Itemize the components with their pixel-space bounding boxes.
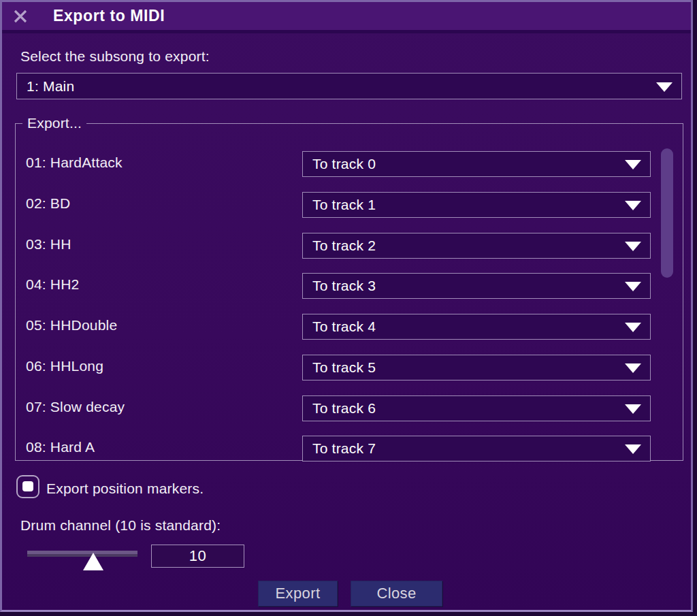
chevron-down-icon [625, 444, 641, 454]
export-row: 07: Slow decay To track 6 [16, 395, 683, 421]
drum-channel-input[interactable] [151, 545, 244, 568]
track-selected-value: To track 1 [312, 197, 376, 213]
scrollbar-thumb[interactable] [661, 148, 673, 278]
export-row: 04: HH2 To track 3 [16, 273, 683, 299]
track-selected-value: To track 7 [312, 440, 376, 457]
instrument-label: 06: HHLong [26, 358, 103, 374]
x-cross-glyph [11, 7, 30, 26]
chevron-down-icon [625, 323, 641, 332]
track-selected-value: To track 3 [312, 278, 376, 294]
subsong-label: Select the subsong to export: [20, 48, 210, 65]
chevron-down-icon [656, 82, 672, 92]
chevron-down-icon [625, 363, 641, 373]
export-group: Export... 01: HardAttack To track 0 02: … [15, 115, 683, 461]
chevron-down-icon [625, 242, 641, 251]
chevron-down-icon [625, 404, 641, 414]
track-select[interactable]: To track 1 [302, 192, 651, 218]
export-row: 06: HHLong To track 5 [16, 355, 683, 380]
track-select[interactable]: To track 0 [302, 151, 651, 177]
export-position-markers-label: Export position markers. [46, 481, 204, 497]
slider-thumb-icon[interactable] [83, 553, 103, 570]
track-selected-value: To track 0 [312, 156, 376, 172]
track-select[interactable]: To track 6 [302, 395, 651, 421]
instrument-label: 08: Hard A [26, 439, 95, 455]
close-icon[interactable] [10, 6, 31, 27]
subsong-selected-value: 1: Main [27, 78, 74, 95]
track-select[interactable]: To track 4 [302, 314, 651, 340]
instrument-label: 05: HHDouble [26, 317, 117, 334]
title-bar: Export to MIDI [2, 2, 691, 30]
track-selected-value: To track 4 [312, 319, 376, 335]
track-select[interactable]: To track 3 [302, 273, 651, 299]
close-button[interactable]: Close [351, 581, 442, 606]
track-selected-value: To track 6 [312, 400, 376, 417]
track-selected-value: To track 5 [312, 359, 376, 376]
export-to-midi-dialog: Export to MIDI Select the subsong to exp… [0, 0, 693, 612]
drum-channel-label: Drum channel (10 is standard): [20, 517, 221, 534]
instrument-label: 01: HardAttack [26, 155, 123, 171]
titlebar-divider [2, 30, 691, 33]
instrument-label: 02: BD [26, 195, 70, 212]
instrument-label: 03: HH [26, 236, 71, 253]
dialog-title: Export to MIDI [53, 2, 165, 30]
chevron-down-icon [625, 160, 641, 169]
export-position-markers-checkbox[interactable] [16, 475, 39, 498]
drum-channel-slider[interactable] [27, 551, 137, 557]
checkbox-mark-icon [22, 481, 33, 491]
export-row: 03: HH To track 2 [16, 233, 683, 259]
track-select[interactable]: To track 5 [302, 355, 651, 380]
track-select[interactable]: To track 2 [302, 233, 651, 259]
export-row: 08: Hard A To track 7 [16, 436, 683, 461]
chevron-down-icon [625, 201, 641, 210]
export-row: 01: HardAttack To track 0 [16, 151, 683, 177]
instrument-label: 07: Slow decay [26, 399, 125, 415]
track-select[interactable]: To track 7 [302, 436, 651, 461]
chevron-down-icon [625, 282, 641, 291]
track-selected-value: To track 2 [312, 238, 376, 254]
export-button[interactable]: Export [258, 581, 338, 606]
export-row: 05: HHDouble To track 4 [16, 314, 683, 340]
export-group-legend: Export... [22, 115, 86, 131]
export-row: 02: BD To track 1 [16, 192, 683, 218]
instrument-label: 04: HH2 [26, 276, 79, 293]
subsong-select[interactable]: 1: Main [16, 73, 682, 99]
